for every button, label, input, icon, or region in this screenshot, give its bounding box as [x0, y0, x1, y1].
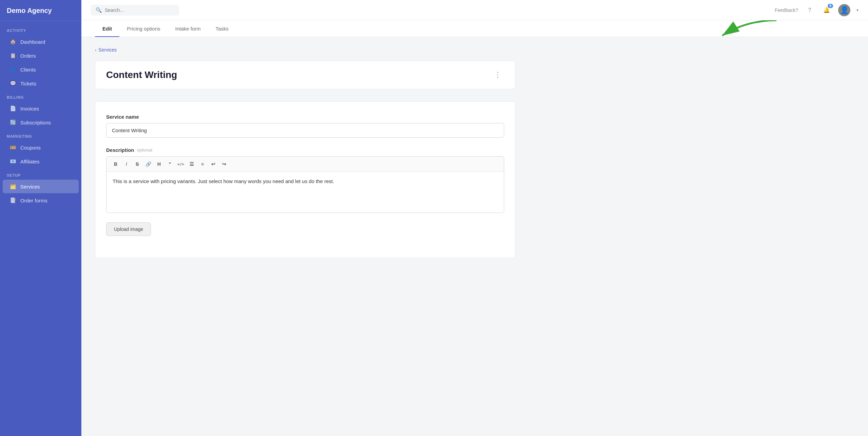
breadcrumb[interactable]: ‹ Services: [95, 47, 515, 53]
sidebar-item-label: Order forms: [20, 198, 47, 203]
avatar-image: 👤: [840, 6, 849, 15]
link-button[interactable]: 🔗: [143, 159, 153, 169]
feedback-label[interactable]: Feedback?: [775, 7, 798, 13]
sidebar-item-label: Clients: [20, 67, 36, 73]
topbar-right: Feedback? ? 🔔 9 👤 ▾: [775, 4, 859, 16]
search-input[interactable]: [105, 7, 173, 13]
sidebar-item-dashboard[interactable]: 🏠 Dashboard: [3, 35, 79, 48]
content-area: Edit Pricing options Intake form Tasks: [81, 20, 868, 436]
sidebar-section-billing: BILLING 📄 Invoices 🔄 Subscriptions: [0, 91, 81, 130]
sidebar-item-label: Orders: [20, 53, 36, 59]
sidebar-item-label: Dashboard: [20, 39, 45, 45]
sidebar-section-activity: ACTIVITY 🏠 Dashboard 📋 Orders 👤 Clients …: [0, 24, 81, 91]
subscriptions-icon: 🔄: [9, 119, 16, 126]
description-text[interactable]: This is a service with pricing variants.…: [106, 172, 504, 213]
description-label: Description optional: [106, 147, 504, 153]
sidebar-item-label: Tickets: [20, 81, 36, 86]
upload-image-group: Upload image: [106, 222, 504, 236]
strikethrough-button[interactable]: S: [132, 159, 142, 169]
invoices-icon: 📄: [9, 105, 16, 112]
bold-button[interactable]: B: [111, 159, 121, 169]
section-label-marketing: MARKETING: [0, 130, 81, 140]
app-logo: Demo Agency: [0, 0, 81, 21]
form-card: Service name Description optional B I S: [95, 101, 515, 258]
clients-icon: 👤: [9, 66, 16, 73]
breadcrumb-label[interactable]: Services: [98, 47, 117, 53]
ordered-list-button[interactable]: ≡: [197, 159, 208, 169]
annotation-arrow: [712, 20, 780, 45]
affiliates-icon: 📧: [9, 158, 16, 165]
sidebar-item-affiliates[interactable]: 📧 Affiliates: [3, 155, 79, 168]
sidebar-item-services[interactable]: 🗂️ Services: [3, 180, 79, 193]
sidebar-item-coupons[interactable]: 🎫 Coupons: [3, 141, 79, 154]
sidebar-item-label: Services: [20, 184, 40, 190]
italic-button[interactable]: I: [121, 159, 132, 169]
main-area: 🔍 Feedback? ? 🔔 9 👤 ▾ Edit Pricing optio…: [81, 0, 868, 436]
description-group: Description optional B I S 🔗 H " </> ☰: [106, 147, 504, 213]
topbar: 🔍 Feedback? ? 🔔 9 👤 ▾: [81, 0, 868, 20]
blockquote-button[interactable]: ": [165, 159, 175, 169]
service-name-label: Service name: [106, 114, 504, 120]
service-title: Content Writing: [106, 70, 177, 80]
chevron-down-icon[interactable]: ▾: [856, 8, 859, 13]
bullet-list-button[interactable]: ☰: [186, 159, 197, 169]
help-button[interactable]: ?: [804, 5, 815, 16]
section-label-activity: ACTIVITY: [0, 24, 81, 35]
search-box[interactable]: 🔍: [91, 5, 179, 16]
dashboard-icon: 🏠: [9, 38, 16, 45]
undo-button[interactable]: ↩: [208, 159, 218, 169]
heading-button[interactable]: H: [154, 159, 164, 169]
tickets-icon: 💬: [9, 80, 16, 87]
sidebar-item-label: Subscriptions: [20, 120, 51, 125]
tab-pricing-options[interactable]: Pricing options: [119, 20, 167, 37]
search-icon: 🔍: [96, 7, 102, 13]
services-icon: 🗂️: [9, 183, 16, 190]
order-forms-icon: 📑: [9, 197, 16, 204]
sidebar-section-setup: SETUP 🗂️ Services 📑 Order forms: [0, 169, 81, 207]
sidebar-item-clients[interactable]: 👤 Clients: [3, 63, 79, 76]
coupons-icon: 🎫: [9, 144, 16, 151]
sidebar-item-invoices[interactable]: 📄 Invoices: [3, 102, 79, 115]
upload-image-button[interactable]: Upload image: [106, 222, 151, 236]
tab-bar: Edit Pricing options Intake form Tasks: [81, 20, 868, 37]
kebab-menu-button[interactable]: ⋮: [491, 69, 504, 81]
orders-icon: 📋: [9, 52, 16, 59]
service-name-input[interactable]: [106, 123, 504, 138]
sidebar-item-tickets[interactable]: 💬 Tickets: [3, 77, 79, 90]
tab-intake-form[interactable]: Intake form: [168, 20, 208, 37]
sidebar-section-marketing: MARKETING 🎫 Coupons 📧 Affiliates: [0, 130, 81, 169]
description-optional: optional: [137, 147, 153, 153]
notifications-button[interactable]: 🔔 9: [821, 5, 832, 16]
help-icon: ?: [808, 7, 811, 13]
service-header-card: Content Writing ⋮: [95, 61, 515, 89]
description-editor[interactable]: B I S 🔗 H " </> ☰ ≡ ↩ ↪ This is a: [106, 156, 504, 213]
redo-button[interactable]: ↪: [219, 159, 229, 169]
sidebar-item-subscriptions[interactable]: 🔄 Subscriptions: [3, 116, 79, 129]
avatar[interactable]: 👤: [838, 4, 850, 16]
section-label-setup: SETUP: [0, 169, 81, 179]
sidebar: Demo Agency ACTIVITY 🏠 Dashboard 📋 Order…: [0, 0, 81, 436]
section-label-billing: BILLING: [0, 91, 81, 101]
sidebar-item-orders[interactable]: 📋 Orders: [3, 49, 79, 62]
tab-edit[interactable]: Edit: [95, 20, 119, 37]
sidebar-item-label: Affiliates: [20, 159, 39, 164]
sidebar-item-label: Coupons: [20, 145, 41, 151]
page-content: ‹ Services Content Writing ⋮ Service nam…: [81, 37, 529, 268]
tab-tasks[interactable]: Tasks: [208, 20, 236, 37]
sidebar-item-order-forms[interactable]: 📑 Order forms: [3, 194, 79, 207]
code-button[interactable]: </>: [176, 159, 186, 169]
back-chevron-icon: ‹: [95, 47, 96, 53]
editor-toolbar: B I S 🔗 H " </> ☰ ≡ ↩ ↪: [106, 157, 504, 172]
sidebar-item-label: Invoices: [20, 106, 39, 112]
notification-badge: 9: [828, 4, 833, 8]
service-name-group: Service name: [106, 114, 504, 138]
